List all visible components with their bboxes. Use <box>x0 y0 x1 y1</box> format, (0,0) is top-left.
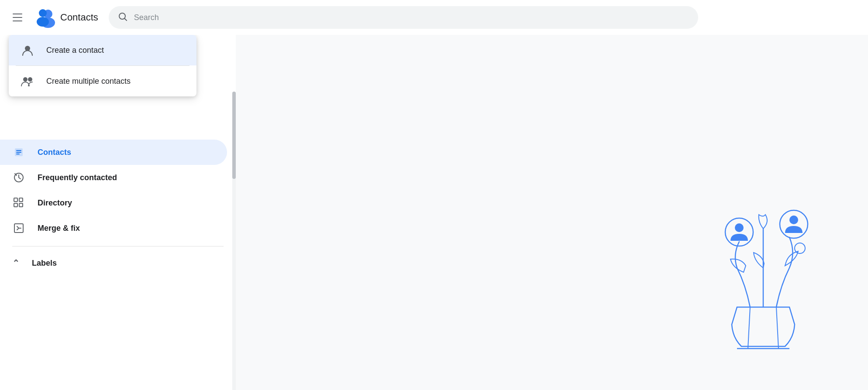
illustration <box>693 181 833 381</box>
merge-icon <box>12 222 25 235</box>
logo-area[interactable]: Contacts <box>35 7 98 28</box>
header: Contacts Search <box>0 0 868 35</box>
sidebar-item-directory[interactable]: Directory <box>0 190 227 216</box>
create-multiple-label: Create multiple contacts <box>46 77 131 86</box>
contacts-icon <box>12 146 25 159</box>
svg-point-27 <box>789 216 798 224</box>
menu-line-3 <box>13 21 22 21</box>
app-title: Contacts <box>60 12 98 23</box>
directory-grid-icon <box>12 196 25 209</box>
history-icon <box>12 171 25 184</box>
svg-rect-15 <box>19 198 23 202</box>
contacts-nav-label: Contacts <box>38 148 71 157</box>
create-contact-label: Create a contact <box>46 46 104 55</box>
menu-line-1 <box>13 14 22 14</box>
main-layout: Create a contact Create multiple contact… <box>0 35 868 390</box>
main-content <box>236 35 868 390</box>
svg-rect-12 <box>16 154 20 154</box>
sidebar: Create a contact Create multiple contact… <box>0 35 236 390</box>
sidebar-item-contacts[interactable]: Contacts <box>0 140 227 165</box>
svg-line-20 <box>748 307 750 349</box>
menu-button[interactable] <box>7 7 28 28</box>
frequently-contacted-label: Frequently contacted <box>38 173 117 182</box>
svg-point-23 <box>795 243 805 253</box>
people-icon <box>21 75 34 88</box>
sidebar-item-frequently-contacted[interactable]: Frequently contacted <box>0 165 227 190</box>
chevron-up-icon: ⌃ <box>12 258 20 268</box>
merge-fix-label: Merge & fix <box>38 224 80 233</box>
svg-rect-11 <box>16 152 21 153</box>
labels-section[interactable]: ⌃ Labels <box>0 252 236 274</box>
svg-point-25 <box>735 223 744 232</box>
directory-label: Directory <box>38 198 72 208</box>
sidebar-scrollbar[interactable] <box>232 92 236 390</box>
create-contact-item[interactable]: Create a contact <box>9 35 196 65</box>
sidebar-nav: Contacts Frequently contacted <box>0 140 236 274</box>
person-single-icon <box>21 44 34 57</box>
search-icon <box>117 11 128 24</box>
svg-point-8 <box>28 77 32 82</box>
search-placeholder: Search <box>134 13 159 22</box>
svg-line-21 <box>776 307 778 349</box>
svg-point-2 <box>39 9 47 17</box>
search-bar[interactable]: Search <box>109 6 698 29</box>
dropdown-menu: Create a contact Create multiple contact… <box>9 35 196 96</box>
nav-separator <box>12 246 224 246</box>
svg-rect-10 <box>16 150 21 151</box>
scrollbar-thumb <box>232 92 236 179</box>
labels-label: Labels <box>32 259 57 268</box>
svg-rect-16 <box>14 203 17 207</box>
svg-point-7 <box>23 77 28 82</box>
svg-line-5 <box>124 19 127 21</box>
svg-rect-17 <box>19 203 23 207</box>
svg-rect-14 <box>14 198 17 202</box>
create-multiple-contacts-item[interactable]: Create multiple contacts <box>9 66 196 96</box>
menu-line-2 <box>13 17 22 18</box>
sidebar-item-merge-fix[interactable]: Merge & fix <box>0 216 227 241</box>
svg-point-3 <box>37 17 49 27</box>
contacts-logo-icon <box>35 7 56 28</box>
